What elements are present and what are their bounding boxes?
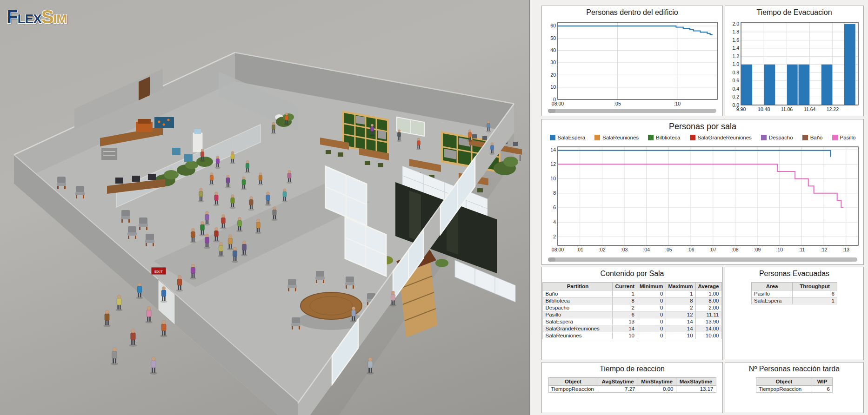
- svg-text:1.6: 1.6: [732, 37, 739, 43]
- exit-sign: EXIT: [152, 268, 166, 274]
- table-cell: 10.00: [695, 332, 721, 339]
- svg-text:10.48: 10.48: [758, 106, 770, 112]
- svg-text:8: 8: [553, 190, 556, 196]
- column-header: Throughput: [793, 283, 837, 290]
- panel-title: Personas dentro del edificio: [544, 8, 721, 17]
- table-cell: 0: [637, 332, 666, 339]
- svg-text:6: 6: [553, 204, 556, 210]
- panel-title: Nº Personas reacción tarda: [727, 365, 861, 373]
- table-cell: 13: [613, 318, 637, 325]
- table-cell: 0: [637, 290, 666, 297]
- table-cell: 1.00: [695, 290, 721, 297]
- svg-text:50: 50: [550, 35, 556, 41]
- table-cell: SalaReuniones: [543, 332, 613, 339]
- legend-item-Baño: Baño: [802, 135, 823, 140]
- table-cell: 14.00: [695, 325, 721, 332]
- table-cell: 1: [613, 290, 637, 297]
- person: [103, 310, 111, 327]
- sala-chart-legend: SalaEsperaSalaReunionesBilbliotecaSalaGr…: [542, 133, 863, 142]
- table-cell: 0: [637, 325, 666, 332]
- legend-item-Bilblioteca: Bilblioteca: [648, 135, 680, 140]
- person: [145, 306, 153, 323]
- svg-text:11.64: 11.64: [804, 106, 816, 112]
- legend-item-SalaEspera: SalaEspera: [550, 135, 585, 140]
- legend-swatch: [648, 135, 654, 140]
- table-cell: 0.00: [638, 386, 676, 393]
- legend-swatch: [594, 135, 600, 140]
- table-cell: Pasillo: [543, 311, 613, 318]
- table-row: TiempopReaccion7.270.0013.17: [548, 386, 716, 393]
- svg-text:1.8: 1.8: [732, 29, 739, 34]
- contenido-por-sala-table: PartitionCurrentMinimumMaximumAverageBañ…: [542, 282, 722, 339]
- svg-text::10: :10: [674, 101, 681, 106]
- dashboard: Personas dentro del edificio 01020304050…: [530, 0, 868, 415]
- legend-item-Despacho: Despacho: [761, 135, 793, 140]
- svg-text::07: :07: [709, 247, 716, 252]
- svg-text:10: 10: [550, 84, 556, 90]
- panel-title: Contenido por Sala: [544, 270, 721, 278]
- personas-evacuadas-table: AreaThroughputPasillo6SalaEspera1: [725, 282, 863, 304]
- svg-text:9.90: 9.90: [736, 106, 746, 112]
- tiempo_reaccion-grid: ObjectAvgStaytimeMinStaytimeMaxStaytimeT…: [548, 377, 716, 393]
- table-cell: 8: [613, 297, 637, 304]
- time-plot-scrollbar[interactable]: [548, 257, 857, 262]
- table-cell: 2.00: [695, 304, 721, 311]
- legend-swatch: [761, 135, 767, 140]
- panel-contenido-por-sala: Contenido por Sala PartitionCurrentMinim…: [541, 267, 723, 360]
- svg-text:0.4: 0.4: [732, 86, 739, 92]
- column-header: Current: [613, 283, 637, 290]
- svg-text::01: :01: [576, 247, 583, 252]
- svg-text:0.8: 0.8: [732, 70, 739, 75]
- table-cell: 0: [637, 318, 666, 325]
- svg-text:10: 10: [550, 176, 556, 181]
- time-plot-scrollbar[interactable]: [548, 109, 716, 113]
- table-cell: Pasillo: [752, 290, 793, 297]
- table-cell: SalaEspera: [752, 297, 793, 304]
- table-cell: 7.27: [598, 386, 638, 393]
- svg-text::11: :11: [799, 247, 805, 252]
- table-row: SalaReuniones1001010.00: [543, 332, 721, 339]
- panel-personas-reaccion-tarda: Nº Personas reacción tarda ObjectWIPTiem…: [725, 362, 864, 413]
- svg-text:1.0: 1.0: [732, 61, 739, 67]
- logo-flex-text: Flex: [7, 7, 41, 27]
- legend-label: Despacho: [769, 135, 793, 140]
- svg-text:2: 2: [553, 234, 556, 239]
- panel-tiempo-reaccion: Tiempo de reaccion ObjectAvgStaytimeMinS…: [541, 362, 723, 413]
- table-cell: 1: [793, 297, 837, 304]
- table-cell: 10: [666, 332, 695, 339]
- table-cell: 6: [613, 311, 637, 318]
- table-cell: SalaEspera: [543, 318, 613, 325]
- table-cell: 14: [666, 318, 695, 325]
- table-cell: TiempopReaccion: [548, 386, 598, 393]
- person: [111, 348, 118, 365]
- legend-label: Pasillo: [840, 135, 856, 140]
- table-cell: 6: [812, 386, 833, 393]
- table-row: Despacho2022.00: [543, 304, 721, 311]
- person: [129, 329, 137, 347]
- column-header: Object: [548, 378, 598, 386]
- legend-label: SalaGrandeReuniones: [698, 135, 752, 140]
- column-header: Average: [695, 283, 721, 290]
- personas_evacuadas-grid: AreaThroughputPasillo6SalaEspera1: [751, 282, 837, 304]
- table-row: Pasillo601211.11: [543, 311, 721, 318]
- svg-text:0.6: 0.6: [732, 78, 739, 83]
- column-header: Maximum: [666, 283, 695, 290]
- person: [160, 320, 167, 337]
- svg-text:4: 4: [553, 219, 556, 225]
- personas-reaccion-tarda-table: ObjectWIPTiempopReaccion6: [725, 377, 863, 393]
- svg-text::13: :13: [842, 247, 849, 252]
- table-row: SalaGrandeReuniones1401414.00: [543, 325, 721, 332]
- table-row: Bilblioteca8088.00: [543, 297, 721, 304]
- table-row: TiempopReaccion6: [756, 386, 833, 393]
- svg-text:1.4: 1.4: [732, 45, 739, 51]
- personas-dentro-chart: 010203040506008:00:05:10: [544, 19, 721, 107]
- table-cell: 11.11: [695, 311, 721, 318]
- table-cell: 2: [613, 304, 637, 311]
- panel-title: Tiempo de Evacuacion: [727, 8, 861, 17]
- legend-label: SalaEspera: [558, 135, 585, 140]
- panel-title: Personas por sala: [544, 122, 861, 132]
- svg-text::06: :06: [688, 247, 694, 252]
- viewport-3d[interactable]: EXIT FlexSim: [0, 0, 529, 415]
- table-row: Baño1011.00: [543, 290, 721, 297]
- table-cell: 12: [666, 311, 695, 318]
